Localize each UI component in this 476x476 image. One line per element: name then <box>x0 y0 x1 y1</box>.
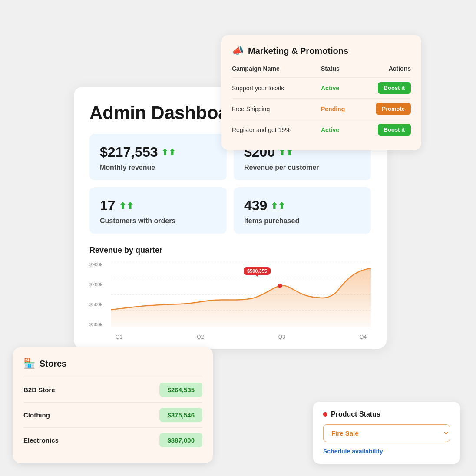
stores-title: Stores <box>40 359 66 369</box>
chart-y-label-2: $700k <box>89 282 102 287</box>
stores-icon: 🏪 <box>23 358 35 369</box>
marketing-icon: 📣 <box>232 45 244 56</box>
customers-trend-icon: ⬆⬆ <box>119 202 134 210</box>
campaign-status-1: Active <box>321 85 339 92</box>
product-status-header: Product Status <box>323 410 450 418</box>
product-status-card: Product Status Fire Sale Active Inactive… <box>313 402 460 464</box>
chart-section: Revenue by quarter $900k $700k $500k $30… <box>89 246 371 349</box>
campaign-name-1: Support your locals <box>232 78 321 99</box>
marketing-header: 📣 Marketing & Promotions <box>232 45 411 56</box>
boost-button-2[interactable]: Boost it <box>378 124 411 136</box>
chart-y-label-3: $500k <box>89 302 102 307</box>
metric-card-customers: 17 ⬆⬆ Customers with orders <box>89 187 227 234</box>
chart-x-label-q1: Q1 <box>116 334 122 340</box>
store-name-clothing: Clothing <box>23 411 50 419</box>
chart-title: Revenue by quarter <box>89 246 371 255</box>
campaign-row-3: Register and get 15% Active Boost it <box>232 119 411 140</box>
chart-x-label-q3: Q3 <box>278 334 285 340</box>
campaign-status-2: Pending <box>321 106 345 112</box>
chart-x-axis: Q1 Q2 Q3 Q4 <box>111 334 371 340</box>
metric-value-revenue: $217,553 ⬆⬆ <box>100 144 216 160</box>
campaign-row-1: Support your locals Active Boost it <box>232 78 411 99</box>
chart-y-axis: $900k $700k $500k $300k <box>89 262 102 327</box>
promote-button-1[interactable]: Promote <box>376 103 411 115</box>
schedule-availability-link[interactable]: Schedule availability <box>323 448 383 455</box>
svg-point-5 <box>278 284 282 288</box>
chart-y-label-4: $300k <box>89 322 102 327</box>
items-trend-icon: ⬆⬆ <box>271 202 285 210</box>
boost-button-1[interactable]: Boost it <box>378 82 411 94</box>
store-name-electronics: Electronics <box>23 436 59 444</box>
chart-x-label-q2: Q2 <box>197 334 204 340</box>
metric-label-revenue: Monthly revenue <box>100 164 216 172</box>
revenue-trend-icon: ⬆⬆ <box>161 148 176 157</box>
marketing-title: Marketing & Promotions <box>248 46 348 56</box>
metric-label-customers: Customers with orders <box>100 217 216 225</box>
col-actions: Actions <box>357 65 411 78</box>
campaign-name-3: Register and get 15% <box>232 119 321 140</box>
stores-header: 🏪 Stores <box>23 358 202 369</box>
marketing-table: Campaign Name Status Actions Support you… <box>232 65 411 140</box>
col-campaign-name: Campaign Name <box>232 65 321 78</box>
col-status: Status <box>321 65 357 78</box>
metric-card-items: 439 ⬆⬆ Items purchased <box>234 187 371 234</box>
marketing-promotions-card: 📣 Marketing & Promotions Campaign Name S… <box>221 35 421 150</box>
metric-value-items: 439 ⬆⬆ <box>244 198 360 214</box>
product-status-select[interactable]: Fire Sale Active Inactive Clearance <box>323 424 450 442</box>
store-row-b2b: B2B Store $264,535 <box>23 377 202 402</box>
metric-label-rpc: Revenue per customer <box>244 164 360 172</box>
metric-value-customers: 17 ⬆⬆ <box>100 198 216 214</box>
chart-tooltip: $500,355 <box>244 267 271 275</box>
campaign-status-3: Active <box>321 126 339 133</box>
store-row-clothing: Clothing $375,546 <box>23 402 202 427</box>
revenue-chart-svg <box>111 262 371 327</box>
store-name-b2b: B2B Store <box>23 386 55 393</box>
metric-label-items: Items purchased <box>244 217 360 225</box>
metric-card-revenue: $217,553 ⬆⬆ Monthly revenue <box>89 134 227 180</box>
campaign-row-2: Free Shipping Pending Promote <box>232 99 411 119</box>
stores-card: 🏪 Stores B2B Store $264,535 Clothing $37… <box>13 347 213 463</box>
product-status-dot <box>323 412 327 416</box>
store-row-electronics: Electronics $887,000 <box>23 427 202 453</box>
store-value-b2b: $264,535 <box>159 383 202 397</box>
store-value-clothing: $375,546 <box>159 408 202 422</box>
campaign-name-2: Free Shipping <box>232 99 321 119</box>
chart-y-label-1: $900k <box>89 262 102 267</box>
chart-x-label-q4: Q4 <box>360 334 367 340</box>
store-value-electronics: $887,000 <box>159 433 202 447</box>
chart-container: $900k $700k $500k $300k <box>89 262 371 340</box>
product-status-title: Product Status <box>331 410 380 418</box>
